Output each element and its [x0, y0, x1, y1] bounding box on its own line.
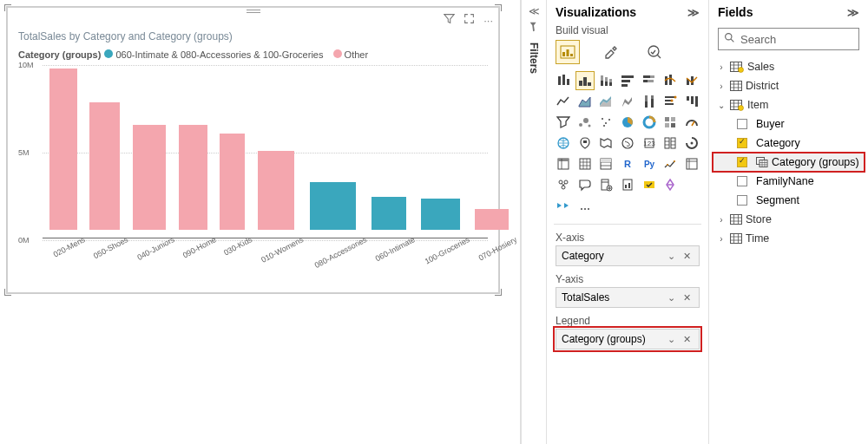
viz-type-icon[interactable]: 123 — [639, 134, 659, 153]
viz-type-icon[interactable] — [596, 134, 616, 153]
bar[interactable] — [220, 134, 244, 230]
format-visual-tab[interactable] — [599, 40, 623, 64]
legend-well[interactable]: Category (groups) ⌄ ✕ — [556, 329, 700, 349]
bar[interactable] — [179, 125, 208, 230]
viz-type-icon[interactable] — [554, 71, 574, 90]
field-row[interactable]: Category (groups) — [713, 153, 865, 172]
chevron-down-icon[interactable]: ⌄ — [667, 334, 678, 344]
chevron-right-icon[interactable]: › — [716, 62, 727, 72]
remove-field-icon[interactable]: ✕ — [683, 251, 694, 261]
field-row[interactable]: Category — [713, 134, 865, 153]
field-row[interactable]: Buyer — [713, 114, 865, 134]
viz-type-icon[interactable] — [618, 71, 638, 90]
viz-type-icon[interactable] — [661, 71, 681, 90]
bar[interactable] — [258, 151, 295, 230]
viz-type-icon[interactable] — [618, 92, 638, 111]
drag-grip-icon[interactable] — [247, 10, 260, 13]
viz-type-icon[interactable] — [681, 175, 701, 194]
viz-type-icon[interactable] — [681, 154, 701, 173]
viz-type-icon[interactable] — [639, 92, 659, 111]
viz-type-icon[interactable]: R — [618, 154, 638, 173]
viz-type-icon[interactable] — [618, 134, 638, 153]
field-row[interactable]: FamilyNane — [713, 172, 865, 191]
bar[interactable] — [133, 125, 166, 230]
remove-field-icon[interactable]: ✕ — [683, 334, 694, 344]
viz-type-icon[interactable] — [575, 196, 595, 215]
bar[interactable] — [421, 199, 461, 230]
bar[interactable] — [310, 182, 356, 230]
viz-type-icon[interactable] — [681, 134, 701, 153]
viz-type-icon[interactable] — [661, 154, 681, 173]
viz-type-icon[interactable] — [639, 113, 659, 132]
chevron-right-icon[interactable]: › — [716, 82, 727, 91]
viz-type-icon[interactable] — [596, 154, 616, 173]
field-checkbox[interactable] — [737, 138, 747, 148]
viz-type-icon[interactable] — [575, 154, 595, 173]
table-row[interactable]: › Sales — [713, 57, 865, 76]
table-row[interactable]: › Time — [713, 229, 865, 248]
bar[interactable] — [372, 197, 406, 230]
viz-type-icon[interactable] — [639, 71, 659, 90]
viz-type-icon[interactable] — [575, 113, 595, 132]
viz-type-icon[interactable] — [596, 71, 616, 90]
svg-rect-22 — [643, 80, 648, 82]
build-visual-tab[interactable] — [556, 40, 580, 64]
bar[interactable] — [475, 209, 509, 230]
field-checkbox[interactable] — [737, 119, 747, 129]
viz-type-icon[interactable] — [575, 92, 595, 111]
analytics-tab[interactable] — [642, 40, 667, 64]
viz-type-icon[interactable] — [596, 175, 616, 194]
viz-type-icon[interactable] — [596, 92, 616, 111]
y-axis-well[interactable]: TotalSales ⌄ ✕ — [556, 287, 700, 308]
viz-type-icon[interactable] — [681, 92, 701, 111]
viz-type-icon[interactable] — [661, 92, 681, 111]
bar[interactable] — [49, 69, 77, 230]
viz-type-icon[interactable] — [661, 113, 681, 132]
expand-filters-icon[interactable]: ≪ — [529, 5, 540, 17]
viz-type-icon[interactable] — [554, 196, 574, 215]
filters-pane-collapsed[interactable]: ≪ Filters — [521, 0, 547, 444]
viz-type-icon[interactable] — [681, 113, 701, 132]
chevron-down-icon[interactable]: ⌄ — [716, 101, 727, 110]
viz-type-icon[interactable] — [639, 175, 659, 194]
viz-type-icon[interactable]: Py — [639, 154, 659, 173]
svg-point-85 — [739, 106, 744, 111]
viz-type-icon[interactable] — [618, 113, 638, 132]
table-row[interactable]: › Store — [713, 210, 865, 229]
chevron-down-icon[interactable]: ⌄ — [667, 292, 678, 303]
viz-type-icon[interactable] — [554, 92, 574, 111]
viz-type-icon[interactable] — [661, 134, 681, 153]
viz-type-icon[interactable] — [575, 175, 595, 194]
bar[interactable] — [89, 102, 120, 230]
chevron-right-icon[interactable]: › — [716, 215, 727, 225]
viz-type-icon[interactable] — [554, 113, 574, 132]
field-checkbox[interactable] — [737, 176, 747, 186]
table-row[interactable]: › District — [713, 76, 865, 95]
viz-type-icon[interactable] — [661, 175, 681, 194]
focus-mode-icon[interactable] — [464, 13, 475, 27]
viz-type-icon[interactable] — [681, 71, 701, 90]
field-checkbox[interactable] — [737, 157, 747, 167]
svg-point-40 — [602, 118, 603, 120]
viz-type-icon[interactable] — [554, 134, 574, 153]
remove-field-icon[interactable]: ✕ — [683, 292, 694, 303]
viz-type-icon[interactable] — [554, 154, 574, 173]
viz-type-icon[interactable] — [554, 175, 574, 194]
viz-type-icon[interactable] — [618, 175, 638, 194]
report-canvas[interactable]: ··· TotalSales by Category and Category … — [0, 0, 521, 444]
chart-visual-frame[interactable]: ··· TotalSales by Category and Category … — [7, 7, 499, 293]
table-row[interactable]: ⌄ Item — [713, 95, 865, 114]
collapse-viz-icon[interactable]: ≫ — [687, 6, 700, 19]
viz-type-icon[interactable] — [575, 134, 595, 153]
field-checkbox[interactable] — [737, 195, 747, 206]
viz-type-icon[interactable] — [575, 71, 595, 90]
collapse-fields-icon[interactable]: ≫ — [847, 6, 859, 19]
fields-search-input[interactable]: Search — [718, 28, 859, 50]
chevron-down-icon[interactable]: ⌄ — [667, 251, 678, 261]
viz-type-icon[interactable] — [596, 113, 616, 132]
chevron-right-icon[interactable]: › — [716, 234, 727, 244]
filter-icon[interactable] — [444, 13, 455, 27]
more-options-icon[interactable]: ··· — [483, 14, 493, 27]
field-row[interactable]: Segment — [713, 191, 865, 210]
x-axis-well[interactable]: Category ⌄ ✕ — [556, 245, 700, 266]
